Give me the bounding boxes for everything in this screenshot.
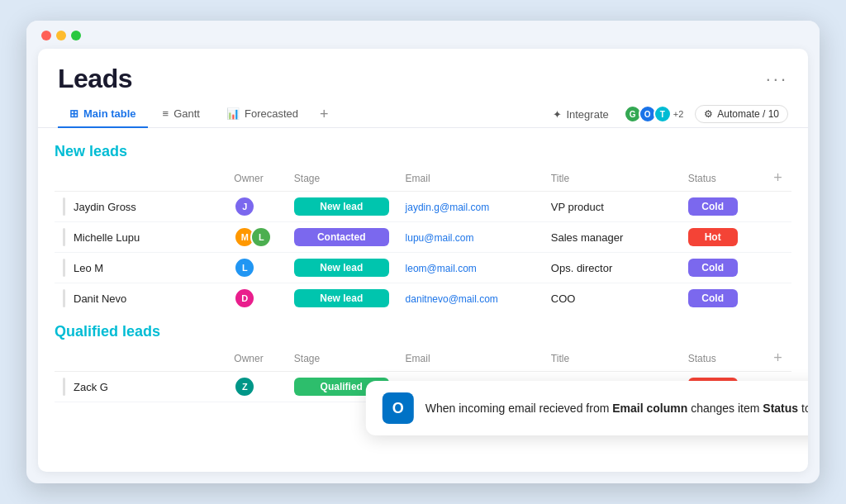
col-status-header-q: Status <box>680 345 766 372</box>
new-leads-group: New leads Owner Stage Email Title Status… <box>55 143 791 313</box>
tooltip-text: When incoming email recieved from Email … <box>425 402 808 415</box>
row-title: COO <box>543 283 680 314</box>
row-owner: D <box>226 283 286 314</box>
row-stage[interactable]: New lead <box>286 283 397 314</box>
col-name-header-q <box>55 345 226 372</box>
col-title-header: Title <box>543 165 680 192</box>
tab-gantt-label: Gantt <box>173 107 200 120</box>
add-col-button-2[interactable]: + <box>765 345 791 372</box>
row-plus <box>765 192 791 222</box>
row-owner: G <box>226 402 286 405</box>
col-name-header <box>55 165 226 192</box>
tab-forecasted-label: Forecasted <box>245 107 298 120</box>
row-status[interactable]: Hot <box>680 222 766 253</box>
tooltip-text-after: to <box>798 402 808 415</box>
new-leads-table: Owner Stage Email Title Status + Jaydin … <box>55 165 791 313</box>
row-stage[interactable]: New lead <box>286 253 397 283</box>
col-owner-header: Owner <box>226 165 286 192</box>
automate-icon: ⚙ <box>704 108 713 120</box>
add-tab-button[interactable]: + <box>313 102 335 126</box>
close-button[interactable] <box>41 31 51 40</box>
tab-gantt[interactable]: ≡ Gantt <box>151 101 212 128</box>
row-email[interactable]: jaydin.g@mail.com <box>397 192 543 222</box>
row-name: Jaydin Gross <box>55 192 226 222</box>
row-owner: ML <box>226 222 286 253</box>
title-bar <box>26 21 820 40</box>
row-stage[interactable]: Contacted <box>286 222 397 253</box>
qualified-leads-label: Qualified leads <box>55 323 791 340</box>
integrate-button[interactable]: ✦ Integrate <box>546 105 615 124</box>
row-name: Michelle Lupu <box>55 222 226 253</box>
row-plus <box>765 222 791 253</box>
outlook-icon: O <box>383 392 414 424</box>
integration-badges: G O T +2 <box>627 105 684 123</box>
col-email-header-q: Email <box>397 345 543 372</box>
row-status[interactable]: Cold <box>680 283 766 314</box>
row-owner: Z <box>226 372 286 402</box>
app-window: Leads ··· ⊞ Main table ≡ Gantt 📊 Forecas… <box>26 21 820 483</box>
maximize-button[interactable] <box>71 31 81 40</box>
row-email[interactable]: lupu@mail.com <box>397 222 543 253</box>
col-email-header: Email <box>397 165 543 192</box>
tooltip-card: O When incoming email recieved from Emai… <box>366 381 808 435</box>
row-title: VP product <box>543 192 680 222</box>
gantt-icon: ≡ <box>163 107 169 120</box>
table-area: New leads Owner Stage Email Title Status… <box>38 128 808 404</box>
tabs-left: ⊞ Main table ≡ Gantt 📊 Forecasted + <box>58 101 335 127</box>
table-row[interactable]: Leo MLNew leadleom@mail.comOps. director… <box>55 253 791 283</box>
col-stage-header: Stage <box>286 165 397 192</box>
minimize-button[interactable] <box>56 31 66 40</box>
col-title-header-q: Title <box>543 345 680 372</box>
row-name: Zack G <box>55 372 226 402</box>
row-title: Sales manager <box>543 222 680 253</box>
automate-label: Automate / 10 <box>717 108 779 120</box>
forecasted-icon: 📊 <box>226 107 240 120</box>
tabs-right: ✦ Integrate G O T +2 ⚙ Automate / 10 <box>546 105 788 124</box>
col-stage-header-q: Stage <box>286 345 397 372</box>
tooltip-text-before: When incoming email recieved from <box>425 402 612 415</box>
tabs-bar: ⊞ Main table ≡ Gantt 📊 Forecasted + ✦ In… <box>38 94 808 128</box>
row-status[interactable]: Cold <box>680 192 766 222</box>
table-icon: ⊞ <box>69 107 78 120</box>
tooltip-bold1: Email column <box>612 402 687 415</box>
tooltip-bold2: Status <box>763 402 798 415</box>
integrate-label: Integrate <box>566 108 608 121</box>
row-owner: J <box>226 192 286 222</box>
row-plus <box>765 283 791 314</box>
row-name: Danit Nevo <box>55 283 226 314</box>
badge-teams: T <box>654 105 672 123</box>
table-row[interactable]: Danit NevoDNew leaddanitnevo@mail.comCOO… <box>55 283 791 314</box>
table-row[interactable]: Jaydin GrossJNew leadjaydin.g@mail.comVP… <box>55 192 791 222</box>
row-email[interactable]: leom@mail.com <box>397 253 543 283</box>
tab-forecasted[interactable]: 📊 Forecasted <box>215 101 310 128</box>
page-title: Leads <box>58 64 132 94</box>
tooltip-text-middle: changes item <box>687 402 763 415</box>
row-name: Leo M <box>55 253 226 283</box>
add-col-button-1[interactable]: + <box>765 165 791 192</box>
badge-count: +2 <box>673 109 684 119</box>
row-status[interactable]: Cold <box>680 253 766 283</box>
table-row[interactable]: Michelle LupuMLContactedlupu@mail.comSal… <box>55 222 791 253</box>
traffic-lights <box>41 31 81 40</box>
row-name: Gordon R <box>55 402 226 405</box>
new-leads-label: New leads <box>55 143 791 160</box>
integrate-icon: ✦ <box>553 108 562 121</box>
row-plus <box>765 253 791 283</box>
page-header: Leads ··· <box>38 49 808 94</box>
col-status-header: Status <box>680 165 766 192</box>
main-content: Leads ··· ⊞ Main table ≡ Gantt 📊 Forecas… <box>38 49 808 472</box>
tab-main-table-label: Main table <box>83 107 136 120</box>
col-owner-header-q: Owner <box>226 345 286 372</box>
automate-button[interactable]: ⚙ Automate / 10 <box>695 105 788 123</box>
tab-main-table[interactable]: ⊞ Main table <box>58 101 148 128</box>
row-email[interactable]: danitnevo@mail.com <box>397 283 543 314</box>
row-stage[interactable]: New lead <box>286 192 397 222</box>
row-owner: L <box>226 253 286 283</box>
row-title: Ops. director <box>543 253 680 283</box>
more-options-button[interactable]: ··· <box>766 69 788 90</box>
